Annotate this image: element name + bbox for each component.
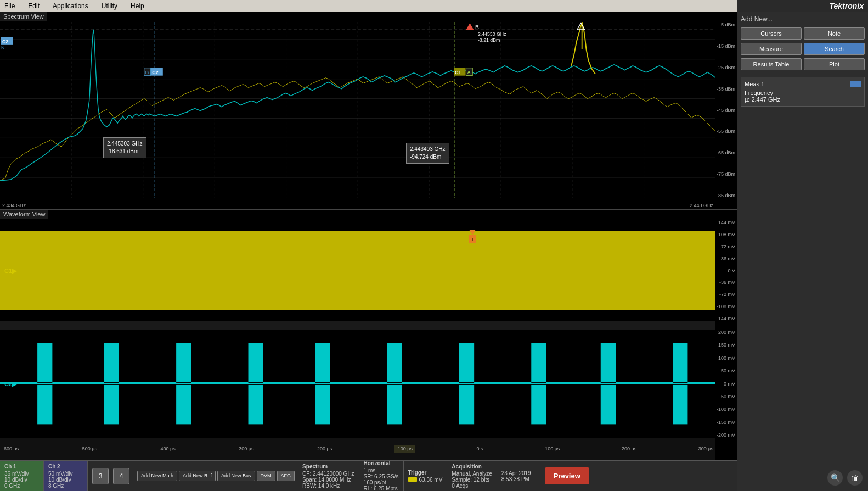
y-label-2: -15 dBm [717, 43, 735, 49]
cursor-b-freq: 2.445303 GHz [107, 140, 143, 148]
y-label-3: -25 dBm [717, 65, 735, 70]
ch1-scale: 36 mV/div [4, 471, 39, 477]
svg-marker-19 [466, 23, 474, 30]
svg-rect-37 [0, 231, 715, 310]
y-label-5: -45 dBm [717, 108, 735, 113]
meas1-value: µ: 2.447 GHz [745, 96, 861, 103]
num-buttons: 3 4 [88, 461, 134, 491]
waveform-top[interactable]: C1▶ [0, 220, 715, 321]
spectrum-canvas[interactable]: R 2.44530 GHz -8.21 dBm B C2 C1 A [0, 22, 715, 198]
t-marker-arrow: T [469, 230, 476, 243]
waveform-view: Waveform View T T C1▶ 144 mV 108 mV 72 m… [0, 210, 737, 460]
results-table-button[interactable]: Results Table [741, 58, 802, 70]
num3-button[interactable]: 3 [92, 468, 109, 484]
add-new-ref-button[interactable]: Add New Ref [179, 471, 216, 482]
waveform-bottom[interactable]: C2▶ [0, 330, 715, 438]
note-button[interactable]: Note [804, 27, 865, 40]
t5: -200 µs [315, 446, 332, 451]
acquisition-mode: Manual, Analyze [452, 471, 492, 477]
num4-button[interactable]: 4 [113, 468, 129, 484]
svg-rect-43 [104, 385, 119, 424]
menu-item-applications[interactable]: Applications [50, 1, 91, 11]
measure-search-row: Measure Search [741, 43, 865, 55]
cursor-b-level: -18.631 dBm [107, 148, 143, 155]
svg-rect-44 [176, 343, 191, 382]
t9: 200 µs [622, 446, 636, 451]
svg-rect-46 [249, 343, 263, 382]
datetime-status: 23 Apr 2019 8:53:38 PM [497, 461, 536, 491]
add-new-math-label: Add New Math [141, 473, 173, 479]
status-bar: Ch 1 36 mV/div 10 dB/div 0 GHz Ch 2 50 m… [0, 460, 737, 491]
svg-rect-52 [459, 343, 474, 382]
wb-y8: -150 mV [717, 420, 735, 425]
wb-y5: 0 mV [724, 381, 735, 387]
delete-icon[interactable]: 🗑 [847, 470, 863, 486]
svg-rect-54 [531, 343, 546, 382]
wb-y3: 100 mV [718, 355, 735, 361]
ch2-freq: 8 GHz [48, 483, 83, 489]
horizontal-pts: 160 ps/pt [364, 479, 399, 486]
svg-rect-42 [104, 343, 119, 382]
cursors-button[interactable]: Cursors [741, 27, 802, 40]
svg-rect-50 [387, 343, 402, 382]
menu-item-file[interactable]: File [2, 1, 17, 11]
horizontal-sr: SR: 6.25 GS/s [364, 473, 399, 479]
svg-rect-59 [673, 385, 687, 424]
menu-bar: File Edit Applications Utility Help Tekt… [0, 0, 868, 12]
meas1-param: Frequency [745, 90, 861, 96]
trigger-label: Trigger [408, 470, 443, 476]
svg-rect-53 [459, 385, 474, 424]
measure-button[interactable]: Measure [741, 43, 802, 55]
t2: -500 µs [81, 446, 97, 451]
svg-rect-47 [249, 385, 263, 424]
cursor-a-level: -94.724 dBm [410, 153, 446, 161]
add-new-bus-label: Add New Bus [221, 473, 251, 479]
y-label-8: -75 dBm [717, 171, 735, 177]
preview-button[interactable]: Preview [545, 467, 589, 484]
acquisition-acqs: 0 Acqs [452, 483, 492, 489]
preview-area: Preview [536, 461, 598, 491]
logo-bar: Tektronix [737, 0, 868, 12]
afg-button[interactable]: AFG [277, 471, 295, 482]
search-button[interactable]: Search [804, 43, 865, 55]
add-new-area: Add New... [741, 15, 865, 23]
trigger-ch-indicator [408, 477, 417, 482]
add-new-math-button[interactable]: Add New Math [137, 471, 177, 482]
ch2-status[interactable]: Ch 2 50 mV/div 10 dB/div 8 GHz [44, 461, 88, 491]
add-new-ref-label: Add New Ref [183, 473, 212, 479]
menu-item-edit[interactable]: Edit [26, 1, 42, 11]
svg-rect-45 [176, 385, 191, 424]
search-icon[interactable]: 🔍 [827, 470, 843, 486]
wt-y3: 72 mV [721, 244, 735, 249]
bottom-icons: 🔍 🗑 [827, 470, 863, 486]
ch1-status[interactable]: Ch 1 36 mV/div 10 dB/div 0 GHz [0, 461, 44, 491]
wb-y7: -100 mV [717, 406, 735, 412]
wb-y4: 50 mV [721, 368, 735, 373]
add-new-bus-button[interactable]: Add New Bus [217, 471, 255, 482]
right-panel: Add New... Cursors Note Measure Search R… [737, 12, 868, 491]
menu-item-help[interactable]: Help [128, 1, 146, 11]
wt-y5: 0 V [728, 268, 735, 274]
svg-rect-49 [315, 385, 330, 424]
spectrum-view: Spectrum View -5 dBm -15 dBm -25 dBm -35… [0, 12, 737, 210]
dvm-button[interactable]: DVM [257, 471, 275, 482]
waveform-divider [0, 321, 715, 330]
x-axis-right: 2.448 GHz [690, 203, 713, 208]
svg-text:C2: C2 [152, 70, 158, 75]
tool-buttons: Add New Math Add New Ref Add New Bus DVM… [134, 461, 298, 491]
trigger-level: 63.36 mV [419, 477, 443, 483]
cursor-a-freq: 2.443403 GHz [410, 146, 446, 153]
cursor-b-tooltip: 2.445303 GHz -18.631 dBm [103, 137, 146, 158]
menu-item-utility[interactable]: Utility [99, 1, 120, 11]
y-label-1: -5 dBm [719, 22, 735, 27]
meas1-label: Meas 1 [745, 81, 764, 87]
t6: -100 µs [394, 445, 415, 453]
plot-button[interactable]: Plot [804, 58, 865, 70]
wb-y6: -50 mV [719, 394, 735, 399]
y-label-4: -35 dBm [717, 86, 735, 92]
svg-text:2.44530 GHz: 2.44530 GHz [478, 31, 506, 37]
svg-rect-56 [601, 343, 616, 382]
t4: -300 µs [237, 446, 253, 451]
svg-text:C1: C1 [455, 70, 461, 75]
wt-y9: -144 mV [717, 316, 735, 321]
